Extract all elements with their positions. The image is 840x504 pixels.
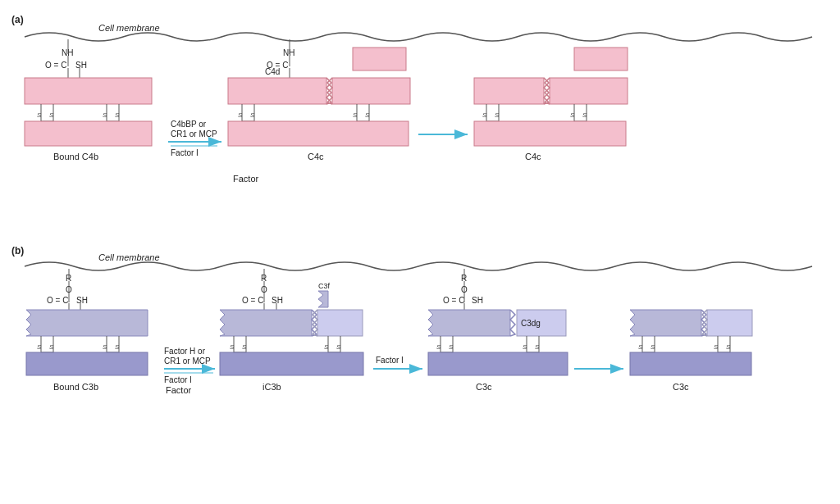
ic3b-left-box xyxy=(220,310,312,336)
c4b-top-pink-box xyxy=(353,48,406,70)
c4c-sep-jagged xyxy=(544,78,549,104)
c3c2-jagged xyxy=(701,310,706,336)
arrow-b1-label3: Factor I xyxy=(164,375,192,384)
factor-a1-detected: Factor xyxy=(233,174,259,184)
ic3b-label: iC3b xyxy=(262,382,281,392)
c3b-s2: S xyxy=(49,343,54,351)
c3b-sh-label: SH xyxy=(76,296,88,305)
c4b-ss-s2: S xyxy=(49,111,54,119)
c3b-bottom-box xyxy=(26,352,148,375)
membrane-b-line xyxy=(25,262,812,270)
c3dg-label: C3dg xyxy=(521,319,541,328)
c4d-left-box xyxy=(228,78,326,104)
c4d-label: C4d xyxy=(265,67,280,76)
diagram-container: (a) Cell membrane NH O = C SH S S S S xyxy=(0,0,840,504)
c3c-s1: S xyxy=(436,343,441,351)
c3b-r-label: R xyxy=(66,274,71,283)
c3c-s3: S xyxy=(523,343,527,351)
c3c2-left-box xyxy=(630,310,701,336)
c3c-sh-label: SH xyxy=(472,296,483,305)
c4c-right-sep-box xyxy=(550,78,628,104)
ic3b-right-jagged xyxy=(313,310,317,336)
c4c2-s3: S xyxy=(353,111,358,119)
ic3b-bottom-box xyxy=(220,352,363,375)
c4b-nh-label: NH xyxy=(62,48,73,57)
ic3b-s4: S xyxy=(336,343,341,351)
c3b-o-label: O xyxy=(66,285,72,294)
c3c2-right-jagged xyxy=(702,310,707,336)
c4b-ss-s4: S xyxy=(115,111,120,119)
arrow-b1-label2: CR1 or MCP xyxy=(164,356,211,366)
ic3b-right-box xyxy=(317,310,363,336)
c4b-oc-label: O = C xyxy=(45,61,66,70)
c4b-ss-s1: S xyxy=(37,111,42,119)
arrow-a1-label3: Factor I xyxy=(171,148,199,157)
c3c2-s2: S xyxy=(651,343,655,351)
arrow-a1-label1: C4bBP or xyxy=(171,120,207,129)
c4c2-bottom-box xyxy=(228,121,409,146)
membrane-b-label: Cell membrane xyxy=(98,252,160,262)
c4c2-s4: S xyxy=(365,111,370,119)
c4c-right-box xyxy=(332,78,410,104)
c4b-main-box xyxy=(25,78,152,104)
c4bc-nh-label: NH xyxy=(283,48,294,57)
c3c-s4: S xyxy=(535,343,540,351)
c3c-left-box xyxy=(428,310,510,336)
c4b-bottom-box xyxy=(25,121,152,146)
ic3b-s3: S xyxy=(324,343,329,351)
c3f-box xyxy=(318,291,328,307)
c3b-s4: S xyxy=(115,343,120,351)
bound-c3b-label: Bound C3b xyxy=(53,382,98,392)
c4c-second-label: C4c xyxy=(525,152,541,161)
c4c-first-label: C4c xyxy=(308,152,324,161)
membrane-a-line xyxy=(25,33,812,41)
ic3b-jagged-mid xyxy=(312,310,317,336)
c3c-label: C3c xyxy=(476,382,492,392)
c3c-o-label: O xyxy=(461,285,468,294)
c3c2-right-box xyxy=(707,310,752,336)
c4c-left-sep-box xyxy=(474,78,544,104)
c4bc-oc-label: O = C xyxy=(267,61,288,70)
c4c3-s2: S xyxy=(495,111,500,119)
ic3b-s2: S xyxy=(242,343,247,351)
c3c-s2: S xyxy=(449,343,454,351)
c4c2-s2: S xyxy=(250,111,255,119)
ic3b-sh-label: SH xyxy=(272,296,283,305)
c4c-right-jagged xyxy=(545,78,550,104)
ic3b-oc-label: O = C xyxy=(242,296,263,305)
c3c2-s3: S xyxy=(714,343,719,351)
panel-b-label: (b) xyxy=(11,245,24,257)
c3b-s3: S xyxy=(103,343,107,351)
c3f-label: C3f xyxy=(318,282,331,290)
ic3b-s1: S xyxy=(230,343,235,351)
c4c-top-right-box xyxy=(574,48,628,70)
c3b-s1: S xyxy=(37,343,42,351)
c3c2-s1: S xyxy=(638,343,643,351)
c4c3-bottom xyxy=(474,121,626,146)
c3c2-bottom-box xyxy=(630,352,751,375)
c3c2-label: C3c xyxy=(673,382,689,392)
c4c3-s4: S xyxy=(582,111,587,119)
main-svg: (a) Cell membrane NH O = C SH S S S S xyxy=(0,0,840,504)
bound-c4b-label: Bound C4b xyxy=(53,152,98,161)
c3b-main-box xyxy=(26,310,148,336)
membrane-a-label: Cell membrane xyxy=(98,23,160,33)
c3c-bottom-box xyxy=(428,352,568,375)
ic3b-r-label: R xyxy=(261,274,267,283)
c4c-jagged-left xyxy=(327,78,332,104)
c4c3-s1: S xyxy=(482,111,487,119)
c3c2-s4: S xyxy=(726,343,731,351)
c4c2-s1: S xyxy=(238,111,243,119)
c3c-oc-label: O = C xyxy=(443,296,464,305)
factor-b1-detected: Factor xyxy=(166,385,192,395)
c3dg-box xyxy=(517,310,566,336)
c4b-sh-label: SH xyxy=(75,61,87,70)
arrow-b2-label1: Factor I xyxy=(376,356,404,365)
panel-a-label: (a) xyxy=(11,14,24,25)
c4b-ss-s3: S xyxy=(103,111,107,119)
arrow-b1-label1: Factor H or xyxy=(164,347,206,356)
c3c-jagged-mid xyxy=(510,310,515,336)
arrow-a1-label2: CR1 or MCP xyxy=(171,129,217,138)
c4c3-s3: S xyxy=(570,111,575,119)
ic3b-o-label: O xyxy=(261,285,267,294)
